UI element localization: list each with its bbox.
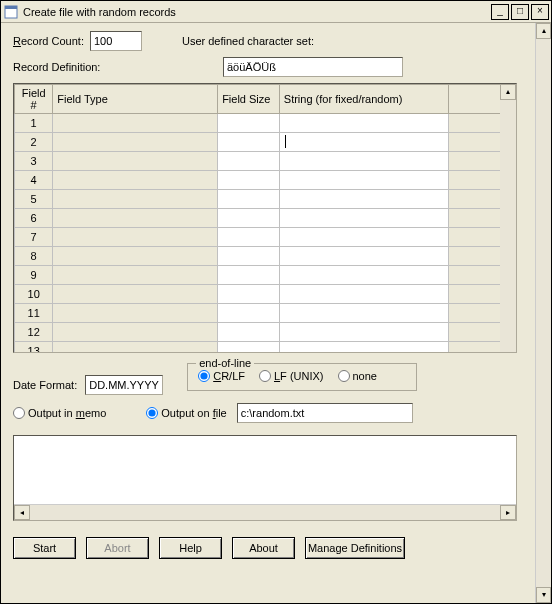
- header-field-num[interactable]: Field #: [15, 85, 53, 114]
- table-header-row: Field # Field Type Field Size String (fo…: [15, 85, 518, 114]
- memo-area[interactable]: ◂ ▸: [13, 435, 517, 521]
- text-cursor: [285, 135, 286, 148]
- table-row[interactable]: 1: [15, 114, 518, 133]
- app-icon: [3, 4, 19, 20]
- eol-lf-radio[interactable]: LF (UNIX): [259, 370, 324, 382]
- header-string[interactable]: String (for fixed/random): [279, 85, 448, 114]
- date-format-label: Date Format:: [13, 379, 77, 391]
- date-format-input[interactable]: [85, 375, 163, 395]
- start-button[interactable]: Start: [13, 537, 76, 559]
- user-charset-label: User defined character set:: [182, 35, 314, 47]
- record-def-label: Record Definition:: [13, 61, 183, 73]
- table-row[interactable]: 5: [15, 190, 518, 209]
- header-field-type[interactable]: Field Type: [53, 85, 218, 114]
- titlebar: Create file with random records _ □ ×: [1, 1, 551, 23]
- memo-h-scrollbar[interactable]: ◂ ▸: [14, 504, 516, 520]
- table-row[interactable]: 8: [15, 247, 518, 266]
- table-row[interactable]: 4: [15, 171, 518, 190]
- table-scrollbar[interactable]: ▴: [500, 84, 516, 352]
- close-button[interactable]: ×: [531, 4, 549, 20]
- button-bar: Start Abort Help About Manage Definition…: [13, 537, 539, 559]
- eol-crlf-radio[interactable]: CR/LF: [198, 370, 245, 382]
- output-memo-radio[interactable]: Output in memo: [13, 407, 106, 419]
- maximize-button[interactable]: □: [511, 4, 529, 20]
- about-button[interactable]: About: [232, 537, 295, 559]
- charset-input[interactable]: [223, 57, 403, 77]
- minimize-button[interactable]: _: [491, 4, 509, 20]
- record-count-label: Record Count:: [13, 35, 84, 47]
- window-scrollbar[interactable]: ▴ ▾: [535, 23, 551, 603]
- table-row[interactable]: 6: [15, 209, 518, 228]
- content-area: Record Count: User defined character set…: [1, 23, 551, 603]
- table-row[interactable]: 13: [15, 342, 518, 354]
- window-title: Create file with random records: [23, 6, 489, 18]
- help-button[interactable]: Help: [159, 537, 222, 559]
- window: Create file with random records _ □ × Re…: [0, 0, 552, 604]
- output-path-input[interactable]: [237, 403, 413, 423]
- eol-groupbox: end-of-line CR/LF LF (UNIX) none: [187, 363, 417, 391]
- scroll-down-icon[interactable]: ▾: [536, 587, 551, 603]
- table-row[interactable]: 7: [15, 228, 518, 247]
- table-row[interactable]: 12: [15, 323, 518, 342]
- svg-rect-1: [5, 6, 17, 9]
- scroll-right-icon[interactable]: ▸: [500, 505, 516, 520]
- manage-definitions-button[interactable]: Manage Definitions: [305, 537, 405, 559]
- scroll-left-icon[interactable]: ◂: [14, 505, 30, 520]
- table-row[interactable]: 10: [15, 285, 518, 304]
- abort-button[interactable]: Abort: [86, 537, 149, 559]
- eol-group-title: end-of-line: [196, 357, 254, 369]
- scroll-up-icon[interactable]: ▴: [500, 84, 516, 100]
- field-table: Field # Field Type Field Size String (fo…: [13, 83, 517, 353]
- table-row[interactable]: 3: [15, 152, 518, 171]
- header-field-size[interactable]: Field Size: [218, 85, 280, 114]
- scroll-up-icon[interactable]: ▴: [536, 23, 551, 39]
- table-row[interactable]: 2: [15, 133, 518, 152]
- record-count-input[interactable]: [90, 31, 142, 51]
- eol-none-radio[interactable]: none: [338, 370, 377, 382]
- table-row[interactable]: 9: [15, 266, 518, 285]
- output-file-radio[interactable]: Output on file: [146, 407, 226, 419]
- table-row[interactable]: 11: [15, 304, 518, 323]
